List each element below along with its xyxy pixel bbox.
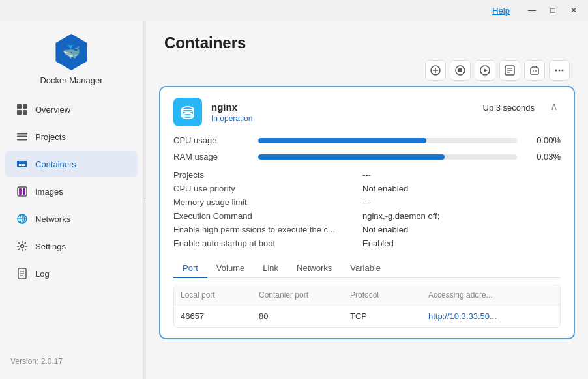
cpu-bar — [258, 138, 426, 143]
sidebar-item-label-images: Images — [35, 187, 63, 197]
svg-point-42 — [559, 70, 561, 72]
delete-button[interactable] — [524, 60, 545, 81]
containers-icon — [16, 158, 29, 171]
tab-port[interactable]: Port — [173, 259, 207, 278]
container-info: nginx In operation — [173, 98, 252, 126]
ram-label: RAM usage — [173, 152, 258, 161]
page-header: Containers — [146, 21, 588, 60]
images-icon — [16, 185, 29, 198]
close-button[interactable]: ✕ — [565, 4, 583, 17]
detail-val-2: --- — [362, 197, 371, 207]
detail-rows: Projects --- CPU use priority Not enable… — [173, 168, 561, 250]
detail-val-1: Not enabled — [362, 184, 408, 193]
tab-volume[interactable]: Volume — [207, 259, 254, 278]
svg-rect-4 — [17, 133, 27, 135]
svg-rect-14 — [23, 188, 25, 195]
detail-key-1: CPU use priority — [173, 184, 362, 193]
detail-key-4: Enable high permissions to execute the c… — [173, 225, 362, 234]
detail-key-5: Enable auto startup at boot — [173, 238, 362, 248]
tab-variable[interactable]: Variable — [341, 259, 390, 278]
add-button[interactable] — [425, 60, 446, 81]
svg-rect-8 — [17, 161, 27, 163]
detail-row-5: Enable auto startup at boot Enabled — [173, 236, 561, 250]
cell-protocol: TCP — [344, 305, 422, 327]
container-uptime: Up 3 seconds — [483, 103, 535, 113]
maximize-button[interactable]: □ — [544, 4, 562, 17]
cpu-bar-wrap — [258, 138, 517, 143]
svg-rect-3 — [23, 110, 27, 115]
svg-rect-11 — [23, 164, 25, 166]
logo-area: 🐳 Docker Manager — [0, 29, 143, 96]
sidebar-item-projects[interactable]: Projects — [5, 124, 138, 150]
container-status: In operation — [211, 114, 252, 123]
play-button[interactable] — [475, 60, 495, 81]
sidebar-item-networks[interactable]: Networks — [5, 206, 138, 232]
cell-container-port: 80 — [252, 305, 344, 327]
ram-bar-wrap — [258, 154, 517, 160]
sidebar-item-label-settings: Settings — [35, 242, 66, 251]
table-header: Local port Contanier port Protocol Acces… — [174, 285, 560, 305]
detail-row-2: Memory usage limit --- — [173, 195, 561, 209]
svg-rect-9 — [19, 164, 21, 166]
svg-point-43 — [562, 70, 564, 72]
app-name: Docker Manager — [40, 76, 102, 85]
sidebar-item-label-projects: Projects — [35, 132, 66, 142]
edit-button[interactable] — [499, 60, 520, 81]
cell-local-port: 46657 — [174, 305, 252, 327]
sidebar-item-overview[interactable]: Overview — [5, 96, 138, 122]
more-button[interactable] — [549, 60, 570, 81]
page-title: Containers — [164, 34, 570, 52]
sidebar-item-containers[interactable]: Containers — [5, 151, 138, 177]
col-container-port: Contanier port — [252, 285, 344, 305]
detail-row-3: Execution Command nginx,-g,daemon off; — [173, 209, 561, 223]
cpu-usage-row: CPU usage 0.00% — [173, 135, 561, 145]
svg-rect-10 — [22, 164, 23, 166]
table-row: 46657 80 TCP http://10.3.33.50... — [174, 305, 560, 327]
content-area: nginx In operation Up 3 seconds ∧ CPU us… — [146, 86, 588, 379]
sidebar-item-label-log: Log — [35, 269, 50, 279]
ram-value: 0.03% — [525, 152, 561, 161]
tab-networks[interactable]: Networks — [287, 259, 341, 278]
svg-point-41 — [555, 70, 557, 72]
sidebar-item-images[interactable]: Images — [5, 178, 138, 204]
detail-val-3: nginx,-g,daemon off; — [362, 211, 439, 221]
minimize-button[interactable]: — — [523, 4, 541, 17]
stop-button[interactable] — [450, 60, 471, 81]
log-icon — [16, 267, 29, 280]
svg-rect-6 — [17, 139, 27, 141]
container-card: nginx In operation Up 3 seconds ∧ CPU us… — [159, 86, 575, 339]
cpu-label: CPU usage — [173, 135, 258, 145]
detail-val-0: --- — [362, 170, 371, 180]
detail-row-4: Enable high permissions to execute the c… — [173, 223, 561, 236]
app-logo: 🐳 — [53, 34, 90, 70]
col-address: Accessing addre... — [422, 285, 560, 305]
tab-link[interactable]: Link — [254, 259, 287, 278]
container-details: nginx In operation — [211, 102, 252, 123]
sidebar: 🐳 Docker Manager Overview — [0, 21, 143, 379]
detail-val-4: Not enabled — [362, 225, 408, 234]
detail-key-0: Projects — [173, 170, 362, 180]
svg-rect-28 — [458, 68, 462, 72]
port-table: Local port Contanier port Protocol Acces… — [173, 285, 561, 328]
svg-rect-5 — [17, 136, 27, 138]
toolbar — [146, 60, 588, 86]
sidebar-item-settings[interactable]: Settings — [5, 233, 138, 259]
detail-row-0: Projects --- — [173, 168, 561, 182]
cell-address[interactable]: http://10.3.33.50... — [422, 305, 560, 327]
col-protocol: Protocol — [344, 285, 422, 305]
overview-icon — [16, 103, 29, 116]
main-content: Containers — [146, 21, 588, 379]
networks-icon — [16, 212, 29, 225]
container-icon — [173, 98, 202, 126]
ram-bar — [258, 154, 445, 160]
docker-icon: 🐳 — [63, 44, 80, 61]
cpu-value: 0.00% — [525, 135, 561, 145]
collapse-button[interactable]: ∧ — [548, 98, 561, 115]
sidebar-item-log[interactable]: Log — [5, 260, 138, 287]
settings-icon — [16, 240, 29, 253]
col-local-port: Local port — [174, 285, 252, 305]
svg-rect-2 — [17, 110, 22, 115]
svg-rect-1 — [23, 104, 27, 109]
help-link[interactable]: Help — [492, 6, 510, 16]
container-name: nginx — [211, 102, 252, 113]
